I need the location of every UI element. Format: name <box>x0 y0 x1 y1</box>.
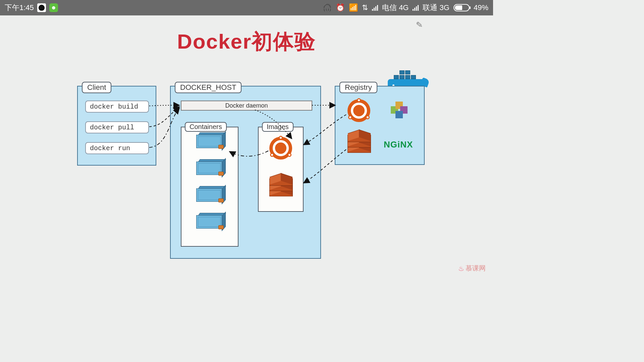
images-label: Images <box>262 122 293 132</box>
registry-label: Registry <box>339 82 377 93</box>
app-icon: ☻ <box>49 3 58 12</box>
statusbar: 下午1:45 ☻ 🎧 ⏰ 📶 ⇅ 电信 4G 联通 3G 49% <box>0 0 493 15</box>
registry-box: Registry NGiNX <box>335 86 425 165</box>
cmd-docker-pull: docker pull <box>85 121 149 133</box>
client-box: Client docker build docker pull docker r… <box>77 86 156 166</box>
carrier-1: 电信 4G <box>382 3 409 13</box>
container-icon <box>196 188 222 204</box>
redis-image-icon <box>269 177 293 196</box>
transfer-icon: ⇅ <box>362 3 368 12</box>
container-icon <box>196 162 222 178</box>
cmd-docker-build: docker build <box>85 101 149 113</box>
containers-label: Containers <box>185 122 227 132</box>
ubuntu-registry-icon <box>347 99 370 122</box>
brand-text: 慕课网 <box>466 264 486 273</box>
wifi-icon: 📶 <box>349 3 358 12</box>
battery-icon <box>453 4 470 11</box>
status-time: 下午1:45 <box>5 3 34 13</box>
ubuntu-image-icon <box>269 137 292 160</box>
alarm-icon: ⏰ <box>336 3 345 12</box>
redis-registry-icon <box>347 133 371 153</box>
container-icon <box>196 215 222 231</box>
flame-icon: ♨ <box>458 264 464 273</box>
container-icon <box>196 135 222 151</box>
nginx-registry-icon: NGiNX <box>384 139 413 150</box>
docker-daemon: Docker daemon <box>181 101 312 111</box>
brand-watermark: ♨ 慕课网 <box>458 264 486 273</box>
page-title: Docker初体验 <box>0 27 493 56</box>
cmd-docker-run: docker run <box>85 142 149 154</box>
carrier-2: 联通 3G <box>423 3 449 13</box>
battery-percent: 49% <box>474 3 488 12</box>
images-box: Images <box>258 127 304 212</box>
signal-2-icon <box>413 5 419 11</box>
client-label: Client <box>82 82 111 93</box>
docker-host-label: DOCKER_HOST <box>175 82 241 93</box>
containers-box: Containers <box>181 127 238 247</box>
qq-icon <box>37 3 46 12</box>
headphones-icon: 🎧 <box>323 3 332 12</box>
centos-registry-icon <box>389 100 409 120</box>
signal-1-icon <box>372 5 378 11</box>
diagram-canvas: ✎ Docker初体验 Client docker build docker p… <box>0 15 493 277</box>
docker-host-box: DOCKER_HOST Docker daemon Containers Ima… <box>170 86 321 259</box>
